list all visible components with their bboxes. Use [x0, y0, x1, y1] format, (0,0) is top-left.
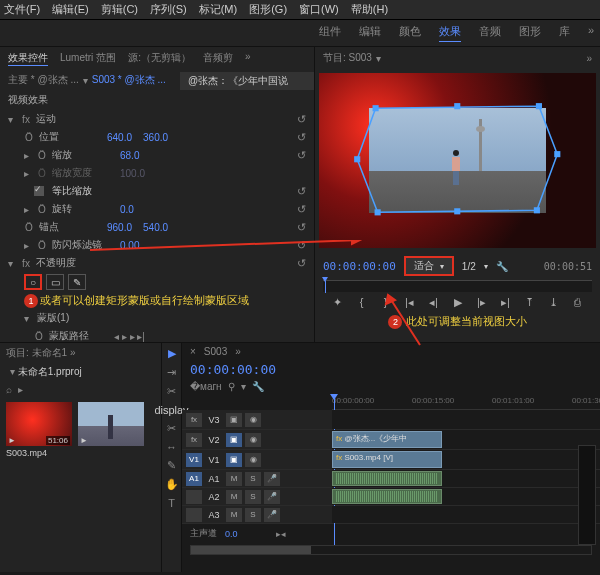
program-dropdown-icon[interactable]: ▾	[376, 53, 381, 64]
track-a1: A1A1MS🎤	[182, 470, 600, 488]
clip-v1[interactable]: fx S003.mp4 [V]	[332, 451, 442, 468]
filter-arrow-icon[interactable]: ▸	[18, 384, 23, 395]
reset-icon[interactable]: ↺	[297, 149, 306, 162]
hand-tool[interactable]: ✋	[165, 478, 179, 491]
tab-source[interactable]: 源:（无剪辑）	[128, 51, 191, 66]
program-tc-left[interactable]: 00:00:00:00	[323, 260, 396, 273]
link-icon[interactable]: ⚲	[228, 381, 235, 392]
ws-library[interactable]: 库	[559, 24, 570, 42]
menu-help[interactable]: 帮助(H)	[351, 2, 388, 17]
fx-motion[interactable]: ▾fx运动 ↺	[0, 110, 314, 128]
ws-more[interactable]: »	[588, 24, 594, 42]
ws-graphics[interactable]: 图形	[519, 24, 541, 42]
mask-outline[interactable]	[352, 98, 563, 221]
program-more[interactable]: »	[586, 53, 592, 64]
track-toggle[interactable]: ▣	[226, 433, 242, 447]
project-more[interactable]: »	[70, 347, 76, 358]
zoom-resolution[interactable]: 1/2	[462, 261, 476, 272]
reset-icon[interactable]: ↺	[297, 113, 306, 126]
svg-rect-5	[375, 209, 381, 215]
reset-icon[interactable]: ↺	[297, 257, 306, 270]
reset-icon[interactable]: ↺	[297, 203, 306, 216]
marker-icon[interactable]: ▾	[241, 381, 246, 392]
go-to-out-button[interactable]: ▸|	[498, 296, 514, 309]
track-toggle[interactable]: ▣	[226, 453, 242, 467]
mask-group[interactable]: ▾蒙版(1)	[0, 309, 314, 327]
reset-icon[interactable]: ↺	[297, 239, 306, 252]
wrench-icon[interactable]: 🔧	[252, 381, 264, 392]
tab-lumetri[interactable]: Lumetri 范围	[60, 51, 116, 66]
mark-in-button[interactable]: {	[354, 296, 370, 309]
clip-a1[interactable]	[332, 471, 442, 486]
reset-icon[interactable]: ↺	[297, 185, 306, 198]
prop-uniform-scale[interactable]: 等比缩放 ↺	[0, 182, 314, 200]
settings-icon[interactable]: 🔧	[496, 261, 508, 272]
lift-button[interactable]: ⤒	[522, 296, 538, 309]
timeline-ruler[interactable]: 00:00:00:00 00:00:15:00 00:01:01:00 00:0…	[332, 394, 600, 410]
menu-sequence[interactable]: 序列(S)	[150, 2, 187, 17]
filter-icon[interactable]: ⌕	[6, 384, 12, 395]
svg-marker-0	[357, 106, 557, 212]
playhead[interactable]	[325, 281, 326, 293]
reset-icon[interactable]: ↺	[297, 131, 306, 144]
go-to-in-button[interactable]: |◂	[402, 296, 418, 309]
prop-scale-width: ▸Ö缩放宽度 100.0	[0, 164, 314, 182]
slip-tool[interactable]: ↔	[166, 441, 177, 453]
menu-clip[interactable]: 剪辑(C)	[101, 2, 138, 17]
step-back-button[interactable]: ◂|	[426, 296, 442, 309]
mark-out-button[interactable]: }	[378, 296, 394, 309]
razor-tool[interactable]: ✂	[167, 422, 176, 435]
scale-val[interactable]: 68.0	[117, 150, 142, 161]
timeline-scrollbar[interactable]	[190, 545, 592, 555]
fx-opacity[interactable]: ▾fx不透明度 ↺	[0, 254, 314, 272]
add-marker-button[interactable]: ✦	[330, 296, 346, 309]
program-monitor[interactable]	[319, 73, 596, 248]
extract-button[interactable]: ⤓	[546, 296, 562, 309]
menu-window[interactable]: 窗口(W)	[299, 2, 339, 17]
ws-audio[interactable]: 音频	[479, 24, 501, 42]
mask-ellipse-button[interactable]: ○	[24, 274, 42, 290]
bin-item[interactable]: ►51:06 S003.mp4	[6, 402, 72, 458]
uniform-scale-checkbox[interactable]	[34, 186, 44, 196]
tl-more[interactable]: »	[235, 346, 241, 357]
track-toggle[interactable]: ▣	[226, 413, 242, 427]
pos-x[interactable]: 640.0	[104, 132, 135, 143]
export-frame-button[interactable]: ⎙	[570, 296, 586, 309]
stopwatch-icon[interactable]: Ö	[24, 132, 34, 143]
play-button[interactable]: ▶	[450, 296, 466, 309]
ws-effects[interactable]: 效果	[439, 24, 461, 42]
snap-icon[interactable]: �магн	[190, 381, 222, 392]
clip-v2[interactable]: fx @张杰...《少年中	[332, 431, 442, 448]
prop-position: Ö位置 640.0 360.0 ↺	[0, 128, 314, 146]
mask-rect-button[interactable]: ▭	[46, 274, 64, 290]
clip-a2[interactable]	[332, 489, 442, 504]
svg-rect-4	[534, 207, 540, 213]
pos-y[interactable]: 360.0	[140, 132, 171, 143]
ws-editing[interactable]: 编辑	[359, 24, 381, 42]
track-select-tool[interactable]: ⇥	[167, 366, 176, 379]
bin-item[interactable]: ►	[78, 402, 144, 458]
type-tool[interactable]: T	[168, 497, 175, 509]
tab-audio-clip[interactable]: 音频剪	[203, 51, 233, 66]
annotation-1: 1或者可以创建矩形蒙版或自行绘制蒙版区域	[0, 292, 314, 309]
project-tab[interactable]: 项目: 未命名1	[6, 347, 67, 358]
menu-edit[interactable]: 编辑(E)	[52, 2, 89, 17]
crumb-dropdown-icon[interactable]: ▾	[83, 75, 88, 86]
step-fwd-button[interactable]: |▸	[474, 296, 490, 309]
program-ruler[interactable]	[323, 280, 592, 292]
reset-icon[interactable]: ↺	[297, 221, 306, 234]
ripple-tool[interactable]: ✂	[167, 385, 176, 398]
zoom-fit-dropdown[interactable]: 适合▾	[404, 256, 454, 276]
sequence-name[interactable]: S003	[204, 346, 227, 357]
tabs-more[interactable]: »	[245, 51, 251, 66]
mask-pen-button[interactable]: ✎	[68, 274, 86, 290]
ws-assembly[interactable]: 组件	[319, 24, 341, 42]
menu-graphics[interactable]: 图形(G)	[249, 2, 287, 17]
timeline-timecode[interactable]: 00:00:00:00	[182, 360, 600, 379]
menu-file[interactable]: 文件(F)	[4, 2, 40, 17]
menu-marker[interactable]: 标记(M)	[199, 2, 238, 17]
selection-tool[interactable]: ▶	[168, 347, 176, 360]
ws-color[interactable]: 颜色	[399, 24, 421, 42]
tab-effect-controls[interactable]: 效果控件	[8, 51, 48, 66]
pen-tool[interactable]: ✎	[167, 459, 176, 472]
